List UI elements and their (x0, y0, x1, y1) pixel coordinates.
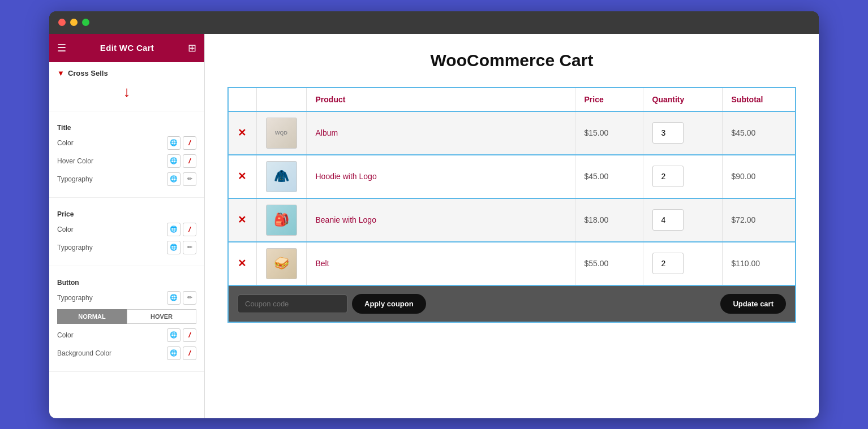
table-row: ✕ 🎒 Beanie with Logo $18.00 $72.00 (228, 198, 796, 242)
quantity-input-album[interactable] (652, 122, 684, 144)
subtotal-hoodie: $90.00 (732, 172, 756, 181)
down-arrow-indicator: ↓ (57, 83, 196, 101)
browser-window: ☰ Edit WC Cart ⊞ ▼ Cross Sells ↓ Title C… (49, 11, 819, 418)
price-color-icons: 🌐 / (167, 223, 196, 236)
maximize-dot[interactable] (82, 19, 89, 26)
price-hoodie: $45.00 (585, 172, 609, 181)
product-name-album: Album (316, 128, 338, 137)
product-thumbnail-hoodie: 🧥 (266, 161, 297, 192)
grid-icon[interactable]: ⊞ (188, 42, 196, 54)
cart-footer: Apply coupon Update cart (229, 286, 795, 322)
browser-bar (49, 11, 819, 34)
globe-icon-3[interactable]: 🌐 (167, 172, 181, 186)
remove-cell: ✕ (228, 198, 256, 242)
subtotal-belt: $110.00 (732, 259, 760, 268)
slash-icon-4[interactable]: / (183, 328, 196, 342)
title-section-label: Title (57, 124, 196, 132)
coupon-input[interactable] (238, 294, 347, 313)
edit-icon-2[interactable]: ✏ (183, 241, 196, 254)
btn-color-icons: 🌐 / (167, 328, 196, 342)
price-typography-control: Typography 🌐 ✏ (57, 241, 196, 254)
price-cell-beanie: $18.00 (575, 198, 643, 242)
btn-bg-color-label: Background Color (57, 349, 111, 357)
remove-cell: ✕ (228, 111, 256, 155)
cart-footer-row: Apply coupon Update cart (228, 285, 796, 322)
product-name-beanie: Beanie with Logo (316, 215, 376, 224)
subtotal-cell-beanie: $72.00 (722, 198, 796, 242)
qty-cell-hoodie (643, 155, 722, 198)
globe-icon-4[interactable]: 🌐 (167, 223, 181, 236)
globe-icon-8[interactable]: 🌐 (167, 346, 181, 360)
product-thumbnail-beanie: 🎒 (266, 205, 297, 236)
price-typography-icons: 🌐 ✏ (167, 241, 196, 254)
update-cart-button[interactable]: Update cart (720, 294, 786, 314)
btn-bg-color-icons: 🌐 / (167, 346, 196, 360)
quantity-input-hoodie[interactable] (652, 166, 684, 187)
edit-icon[interactable]: ✏ (183, 172, 196, 186)
price-beanie: $18.00 (585, 215, 609, 224)
price-belt: $55.00 (585, 259, 609, 268)
tab-hover[interactable]: HOVER (127, 309, 196, 324)
btn-color-label: Color (57, 331, 74, 339)
image-cell-hoodie: 🧥 (256, 155, 306, 198)
globe-icon-2[interactable]: 🌐 (167, 154, 181, 168)
globe-icon-6[interactable]: 🌐 (167, 291, 181, 305)
qty-cell-belt (643, 242, 722, 285)
apply-coupon-button[interactable]: Apply coupon (352, 294, 426, 314)
col-header-product: Product (306, 88, 575, 111)
remove-button-belt[interactable]: ✕ (238, 257, 246, 270)
hover-color-label: Hover Color (57, 157, 93, 165)
product-thumbnail-belt: 🥪 (266, 248, 297, 279)
remove-button-hoodie[interactable]: ✕ (238, 170, 246, 183)
main-content: WooCommerce Cart Product Price Q (205, 34, 819, 418)
edit-icon-3[interactable]: ✏ (183, 291, 196, 305)
globe-icon[interactable]: 🌐 (167, 136, 181, 150)
minimize-dot[interactable] (70, 19, 78, 26)
qty-cell-album (643, 111, 722, 155)
sidebar-header: ☰ Edit WC Cart ⊞ (49, 34, 204, 62)
typography-icons: 🌐 ✏ (167, 172, 196, 186)
slash-icon-2[interactable]: / (183, 154, 196, 168)
color-label: Color (57, 139, 74, 147)
slash-icon-5[interactable]: / (183, 346, 196, 360)
price-cell-album: $15.00 (575, 111, 643, 155)
image-cell-belt: 🥪 (256, 242, 306, 285)
slash-icon[interactable]: / (183, 136, 196, 150)
btn-typography-icons: 🌐 ✏ (167, 291, 196, 305)
price-typography-label: Typography (57, 244, 93, 252)
price-cell-hoodie: $45.00 (575, 155, 643, 198)
subtotal-cell-belt: $110.00 (722, 242, 796, 285)
quantity-input-beanie[interactable] (652, 209, 684, 231)
close-dot[interactable] (58, 19, 66, 26)
btn-color-control: Color 🌐 / (57, 328, 196, 342)
col-header-image (256, 88, 306, 111)
hamburger-icon[interactable]: ☰ (57, 42, 66, 54)
chevron-down-icon: ▼ (57, 69, 65, 77)
hover-color-icons: 🌐 / (167, 154, 196, 168)
cross-sells-header[interactable]: ▼ Cross Sells (57, 69, 196, 77)
price-album: $15.00 (585, 128, 609, 137)
cart-table: Product Price Quantity Subtotal (227, 87, 796, 323)
quantity-input-belt[interactable] (652, 253, 684, 274)
product-cell-beanie: Beanie with Logo (306, 198, 575, 242)
typography-label: Typography (57, 175, 93, 183)
subtotal-cell-album: $45.00 (722, 111, 796, 155)
qty-cell-beanie (643, 198, 722, 242)
product-cell-album: Album (306, 111, 575, 155)
sidebar: ☰ Edit WC Cart ⊞ ▼ Cross Sells ↓ Title C… (49, 34, 205, 418)
hover-color-control: Hover Color 🌐 / (57, 154, 196, 168)
coupon-area: Apply coupon (238, 294, 426, 314)
tab-normal[interactable]: NORMAL (57, 309, 127, 324)
image-cell-album: WQD (256, 111, 306, 155)
table-row: ✕ 🧥 Hoodie with Logo $45.00 $90.00 (228, 155, 796, 198)
color-icons: 🌐 / (167, 136, 196, 150)
remove-button-album[interactable]: ✕ (238, 127, 246, 139)
remove-button-beanie[interactable]: ✕ (238, 214, 246, 226)
subtotal-cell-hoodie: $90.00 (722, 155, 796, 198)
slash-icon-3[interactable]: / (183, 223, 196, 236)
button-section-label: Button (57, 279, 196, 287)
globe-icon-5[interactable]: 🌐 (167, 241, 181, 254)
col-header-remove (228, 88, 256, 111)
col-header-quantity: Quantity (643, 88, 722, 111)
globe-icon-7[interactable]: 🌐 (167, 328, 181, 342)
